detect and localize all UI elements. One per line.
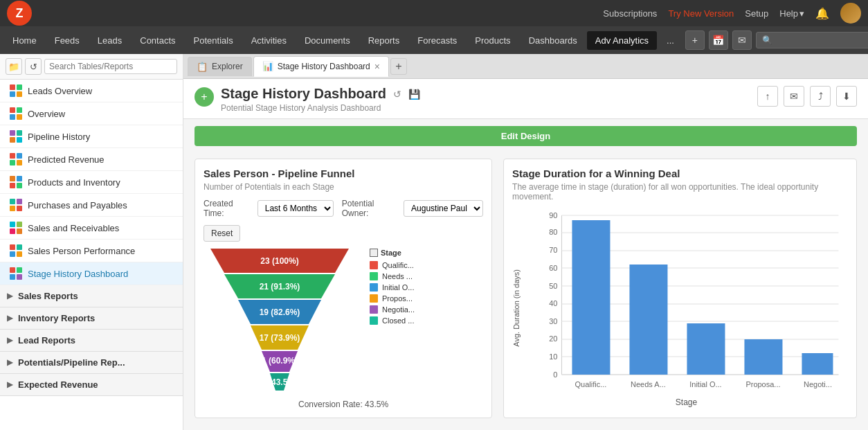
pipeline-history-icon (10, 130, 22, 143)
sidebar-item-pipeline-history[interactable]: Pipeline History (0, 125, 183, 148)
sidebar-item-purchases-payables[interactable]: Purchases and Payables (0, 194, 183, 217)
share-icon-btn[interactable]: ⤴ (810, 86, 831, 107)
main-layout: 📁 ↺ Leads Overview Overview (0, 54, 868, 430)
tab-add-button[interactable]: + (390, 58, 407, 75)
svg-text:23 (100%): 23 (100%) (260, 256, 298, 266)
subscriptions-link[interactable]: Subscriptions (603, 8, 657, 19)
legend-item-4: Negotia... (370, 305, 415, 314)
funnel-chart-subtitle: Number of Potentials in each Stage (204, 182, 483, 192)
notification-bell-icon[interactable]: 🔔 (815, 7, 829, 20)
sidebar-item-sales-person-performance[interactable]: Sales Person Performance (0, 240, 183, 262)
sidebar-item-predicted-revenue[interactable]: Predicted Revenue (0, 148, 183, 171)
tab-explorer[interactable]: 📋 Explorer (188, 57, 252, 76)
svg-text:90: 90 (549, 211, 557, 220)
sales-person-performance-icon (10, 244, 22, 257)
nav-dashboards[interactable]: Dashboards (521, 31, 586, 50)
expected-revenue-arrow: ▶ (7, 380, 12, 389)
reset-button[interactable]: Reset (204, 225, 240, 242)
svg-text:40: 40 (549, 299, 557, 307)
conversion-rate-label: Conversion Rate: 43.5% (204, 400, 483, 409)
sidebar-search-input[interactable] (44, 59, 177, 74)
svg-text:70: 70 (549, 246, 557, 254)
nav-home[interactable]: Home (4, 31, 45, 50)
sidebar-section-inventory-reports[interactable]: ▶ Inventory Reports (0, 307, 183, 330)
email-action-btn[interactable]: ✉ (784, 86, 804, 107)
bar-chart-panel: Stage Duration for a Winning Deal The av… (503, 159, 857, 418)
y-axis-label: Avg. Duration (in days) (512, 269, 521, 347)
nav-documents[interactable]: Documents (296, 31, 359, 50)
sidebar-refresh-btn[interactable]: ↺ (25, 58, 42, 75)
sidebar-section-potentials-pipeline[interactable]: ▶ Potentials/Pipeline Rep... (0, 352, 183, 374)
bar-1 (630, 265, 668, 375)
sidebar-section-expected-revenue[interactable]: ▶ Expected Revenue (0, 374, 183, 396)
nav-products[interactable]: Products (467, 31, 518, 50)
sidebar-section-sales-reports[interactable]: ▶ Sales Reports (0, 285, 183, 307)
nav-feeds[interactable]: Feeds (46, 31, 88, 50)
nav-more[interactable]: ... (658, 31, 682, 50)
sidebar-item-products-inventory[interactable]: Products and Inventory (0, 171, 183, 194)
bar-chart-title: Stage Duration for a Winning Deal (512, 168, 848, 179)
legend-checkbox (370, 249, 378, 257)
nav-bar: Home Feeds Leads Contacts Potentials Act… (0, 26, 868, 54)
sidebar-section-lead-reports[interactable]: ▶ Lead Reports (0, 330, 183, 352)
svg-text:Negoti...: Negoti... (804, 380, 832, 388)
svg-text:1 (43.5%): 1 (43.5%) (262, 377, 298, 387)
sidebar-item-overview[interactable]: Overview (0, 102, 183, 125)
setup-link[interactable]: Setup (745, 8, 768, 19)
dashboard-subtitle: Potential Stage History Analysis Dashboa… (221, 103, 420, 113)
sidebar-item-stage-history-dashboard[interactable]: Stage History Dashboard (0, 262, 183, 285)
save-icon[interactable]: 💾 (408, 89, 420, 100)
tab-close-button[interactable]: × (374, 61, 380, 72)
edit-design-button[interactable]: Edit Design (195, 126, 857, 146)
funnel-filters: Created Time: Last 6 Months Potential Ow… (204, 199, 483, 218)
potentials-pipeline-arrow: ▶ (7, 358, 12, 367)
content-area: 📋 Explorer 📊 Stage History Dashboard × +… (183, 54, 868, 430)
svg-text:80: 80 (549, 228, 557, 236)
dashboard-title: Stage History Dashboard (221, 86, 386, 102)
refresh-icon[interactable]: ↺ (393, 89, 401, 100)
sidebar-item-leads-overview[interactable]: Leads Overview (0, 80, 183, 102)
sidebar: 📁 ↺ Leads Overview Overview (0, 54, 183, 430)
email-icon[interactable]: ✉ (732, 30, 752, 50)
nav-leads[interactable]: Leads (89, 31, 130, 50)
upload-icon-btn[interactable]: ↑ (757, 86, 778, 107)
svg-text:Needs A...: Needs A... (631, 380, 666, 388)
avatar[interactable] (840, 3, 861, 24)
dashboard-actions: ↑ ✉ ⤴ ⬇ (757, 86, 857, 107)
predicted-revenue-icon (10, 153, 22, 165)
nav-adv-analytics[interactable]: Adv Analytics (587, 31, 657, 50)
overview-icon (10, 107, 22, 120)
bar-0 (572, 220, 611, 375)
svg-text:Initial O...: Initial O... (689, 380, 721, 388)
created-time-filter[interactable]: Last 6 Months (257, 200, 334, 217)
logo-button[interactable]: Z (7, 1, 32, 26)
svg-text:0: 0 (553, 370, 557, 379)
svg-text:19 (82.6%): 19 (82.6%) (260, 307, 300, 317)
nav-forecasts[interactable]: Forecasts (409, 31, 465, 50)
legend-item-5: Closed ... (370, 316, 415, 325)
global-search-input[interactable] (756, 32, 868, 48)
calendar-icon[interactable]: 📅 (709, 30, 728, 50)
svg-text:50: 50 (549, 282, 557, 290)
legend-item-2: Initial O... (370, 283, 415, 292)
nav-activities[interactable]: Activities (243, 31, 295, 50)
tab-stage-history[interactable]: 📊 Stage History Dashboard × (253, 56, 389, 77)
download-icon-btn[interactable]: ⬇ (836, 86, 857, 107)
explorer-tab-icon: 📋 (197, 62, 208, 72)
nav-contacts[interactable]: Contacts (132, 31, 183, 50)
sidebar-items-list: Leads Overview Overview Pipeline History (0, 80, 183, 430)
sidebar-toolbar: 📁 ↺ (0, 54, 183, 80)
add-button[interactable]: + (685, 30, 705, 50)
stage-history-tab-icon: 📊 (262, 61, 273, 71)
sidebar-item-sales-receivables[interactable]: Sales and Receivables (0, 217, 183, 240)
help-dropdown[interactable]: Help ▾ (779, 8, 804, 19)
potential-owner-filter[interactable]: Augustine Paul (404, 200, 483, 217)
try-new-version-link[interactable]: Try New Version (668, 8, 734, 19)
funnel-chart-title: Sales Person - Pipeline Funnel (204, 168, 483, 179)
bar-chart-svg: 0 10 20 30 40 50 60 70 80 90 (525, 208, 848, 402)
dashboard-icon: + (195, 87, 214, 107)
nav-potentials[interactable]: Potentials (186, 31, 242, 50)
nav-reports[interactable]: Reports (360, 31, 408, 50)
sidebar-folder-btn[interactable]: 📁 (6, 58, 22, 75)
svg-text:17 (73.9%): 17 (73.9%) (260, 333, 300, 343)
